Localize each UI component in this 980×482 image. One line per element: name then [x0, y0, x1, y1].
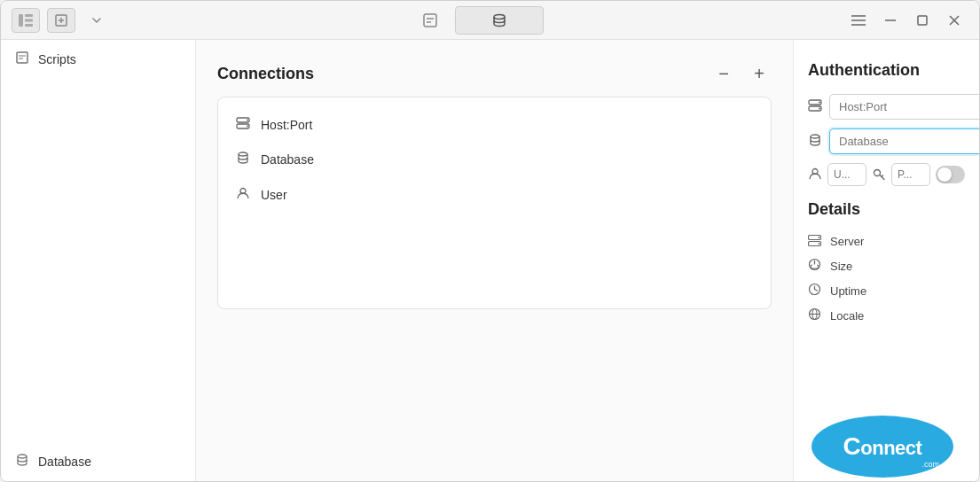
svg-point-10	[494, 14, 505, 19]
database-icon	[15, 453, 29, 470]
svg-rect-18	[17, 52, 27, 63]
server-label: Server	[830, 235, 864, 248]
sidebar-toggle-button[interactable]	[12, 8, 40, 33]
svg-line-42	[815, 290, 818, 292]
user-icon	[236, 186, 250, 204]
sidebar-item-database[interactable]: Database	[1, 442, 195, 481]
server-icon	[236, 117, 250, 133]
minimize-button[interactable]	[876, 8, 905, 33]
detail-size: Size	[808, 253, 965, 278]
database-input[interactable]	[829, 128, 979, 154]
connections-list: Host:Port Database	[217, 97, 772, 309]
maximize-button[interactable]	[908, 8, 937, 33]
svg-point-38	[819, 243, 820, 245]
auth-db-icon	[808, 133, 822, 150]
export-button[interactable]	[47, 8, 75, 33]
user-label: User	[261, 188, 287, 202]
svg-rect-15	[918, 16, 927, 25]
titlebar	[1, 1, 979, 40]
remove-connection-button[interactable]: −	[711, 61, 736, 86]
detail-uptime: Uptime	[808, 278, 965, 303]
host-port-label: Host:Port	[261, 118, 312, 132]
locale-label: Locale	[830, 309, 864, 323]
size-label: Size	[830, 260, 852, 273]
svg-point-26	[239, 152, 247, 156]
detail-clock-icon	[808, 283, 821, 299]
auth-server-icon	[808, 99, 822, 114]
auth-title: Authentication	[808, 61, 965, 80]
scripts-icon	[15, 51, 29, 68]
svg-point-24	[247, 120, 248, 121]
password-input[interactable]	[891, 163, 930, 186]
connections-header: Connections − +	[217, 61, 772, 86]
menu-button[interactable]	[844, 8, 873, 33]
connection-host-port[interactable]: Host:Port	[218, 108, 771, 142]
auth-host-row	[808, 94, 965, 120]
svg-rect-0	[19, 14, 23, 27]
sidebar-item-scripts-label: Scripts	[38, 52, 76, 66]
tab-editor[interactable]	[412, 6, 448, 35]
chevron-down-icon[interactable]	[82, 8, 111, 33]
connection-user[interactable]: User	[218, 177, 771, 213]
detail-size-icon	[808, 258, 821, 274]
sidebar-item-database-label: Database	[38, 455, 91, 469]
svg-point-31	[819, 108, 820, 110]
auth-toggle[interactable]	[936, 166, 965, 183]
svg-rect-2	[25, 19, 33, 21]
authentication-section: Authentication	[808, 61, 965, 186]
right-panel: Authentication	[793, 40, 979, 481]
svg-point-21	[18, 455, 27, 458]
detail-server: Server	[808, 229, 965, 253]
add-connection-button[interactable]: +	[747, 61, 772, 86]
auth-user-icon	[808, 167, 822, 183]
details-section: Details Server	[808, 200, 965, 328]
center-panel: Connections − + Host	[196, 40, 793, 481]
svg-point-30	[819, 102, 820, 104]
sidebar-item-scripts[interactable]: Scripts	[1, 40, 195, 79]
host-port-input[interactable]	[829, 94, 979, 120]
auth-database-row	[808, 128, 965, 154]
svg-point-37	[819, 237, 820, 238]
uptime-label: Uptime	[830, 284, 866, 298]
details-title: Details	[808, 200, 965, 219]
auth-key-icon	[872, 167, 886, 183]
connection-database[interactable]: Database	[218, 142, 771, 177]
user-input[interactable]	[827, 163, 866, 186]
tab-database[interactable]	[455, 6, 544, 35]
connections-title: Connections	[217, 65, 314, 83]
sidebar: Scripts Database	[1, 40, 196, 481]
db-icon	[236, 151, 250, 168]
detail-locale: Locale	[808, 303, 965, 328]
svg-point-32	[811, 135, 819, 138]
svg-rect-1	[25, 14, 33, 17]
auth-user-row	[808, 163, 965, 186]
detail-server-icon	[808, 234, 821, 249]
database-label: Database	[261, 152, 314, 167]
detail-globe-icon	[808, 307, 821, 323]
svg-rect-3	[25, 24, 33, 27]
svg-point-25	[247, 126, 248, 128]
close-button[interactable]	[940, 8, 968, 33]
svg-rect-7	[424, 14, 436, 27]
